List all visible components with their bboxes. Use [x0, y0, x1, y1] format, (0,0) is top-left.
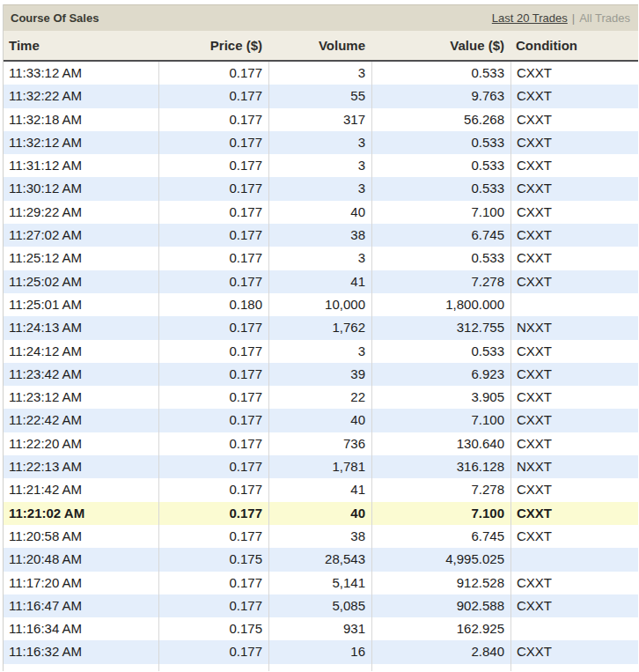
cell-volume: 40	[268, 502, 371, 525]
table-row[interactable]: 11:24:12 AM 0.177 3 0.533 CXXT	[4, 340, 638, 363]
table-row[interactable]: 11:16:32 AM 0.177 16 2.840 CXXT	[4, 640, 638, 663]
cell-volume: 39	[268, 363, 371, 386]
cell-time: 11:25:01 AM	[4, 293, 158, 316]
table-row[interactable]: 11:22:20 AM 0.177 736 130.640 CXXT	[4, 432, 638, 455]
cell-value: 316.128	[371, 455, 510, 478]
cell-condition: CXXT	[510, 363, 638, 386]
table-row[interactable]: 11:32:12 AM 0.177 3 0.533 CXXT	[4, 131, 638, 154]
table-row[interactable]: 11:32:22 AM 0.177 55 9.763 CXXT	[4, 85, 638, 107]
column-header-price: Price ($)	[158, 31, 268, 60]
cell-value: 0.533	[371, 247, 510, 270]
cell-value: 7.100	[371, 409, 510, 432]
cell-value: 162.925	[371, 617, 510, 640]
cell-time: 11:23:42 AM	[4, 363, 158, 386]
cell-volume: 55	[268, 85, 371, 107]
table-row[interactable]: 11:30:12 AM 0.177 3 0.533 CXXT	[4, 177, 638, 200]
table-row[interactable]: 11:22:42 AM 0.177 40 7.100 CXXT	[4, 409, 638, 432]
cell-time: 11:32:22 AM	[4, 85, 158, 107]
table-row[interactable]: 11:16:34 AM 0.175 931 162.925	[4, 617, 638, 640]
table-row[interactable]: 11:29:22 AM 0.177 40 7.100 CXXT	[4, 201, 638, 224]
cell-volume: 3	[268, 247, 371, 270]
cell-condition: CXXT	[510, 108, 638, 131]
table-row[interactable]: 11:21:42 AM 0.177 41 7.278 CXXT	[4, 478, 638, 501]
cell-price: 0.177	[158, 340, 268, 363]
cell-condition: CXXT	[510, 224, 638, 247]
cell-value: 0.533	[371, 340, 510, 363]
table-row[interactable]: 11:27:02 AM 0.177 38 6.745 CXXT	[4, 224, 638, 247]
cell-condition	[510, 293, 638, 316]
table-row[interactable]: 11:16:47 AM 0.177 5,085 902.588 CXXT	[4, 594, 638, 617]
cell-time: 11:25:02 AM	[4, 270, 158, 293]
cell-time: 11:21:42 AM	[4, 478, 158, 501]
table-row[interactable]: 11:17:20 AM 0.177 5,141 912.528 CXXT	[4, 572, 638, 594]
cell-price: 0.177	[158, 640, 268, 663]
table-row[interactable]: 11:31:12 AM 0.177 3 0.533 CXXT	[4, 154, 638, 177]
cell-condition: CXXT	[510, 502, 638, 525]
cell-price: 0.180	[158, 293, 268, 316]
cell-value: 902.588	[371, 594, 510, 617]
column-header-volume: Volume	[268, 31, 371, 60]
cell-price: 0.177	[158, 131, 268, 154]
cell-price: 0.177	[158, 154, 268, 177]
cell-volume: 1,762	[268, 316, 371, 339]
cell-condition: CXXT	[510, 409, 638, 432]
table-row[interactable]: 11:20:58 AM 0.177 38 6.745 CXXT	[4, 525, 638, 548]
table-row[interactable]: 11:25:02 AM 0.177 41 7.278 CXXT	[4, 270, 638, 293]
cell-value: 0.533	[371, 62, 510, 85]
cell-condition: NXXT	[510, 316, 638, 339]
cell-price: 0.177	[158, 432, 268, 455]
cell-time: 11:32:18 AM	[4, 108, 158, 131]
table-row[interactable]: 11:25:12 AM 0.177 3 0.533 CXXT	[4, 247, 638, 270]
cell-time: 11:23:12 AM	[4, 386, 158, 409]
cell-value: 912.528	[371, 572, 510, 594]
table-row[interactable]: 11:32:18 AM 0.177 317 56.268 CXXT	[4, 108, 638, 131]
table-row[interactable]: 11:20:48 AM 0.175 28,543 4,995.025	[4, 548, 638, 571]
cell-condition: CXXT	[510, 340, 638, 363]
table-row[interactable]: 11:22:13 AM 0.177 1,781 316.128 NXXT	[4, 455, 638, 478]
cell-value: 9.763	[371, 85, 510, 107]
cell-price: 0.177	[158, 177, 268, 200]
cell-time: 11:31:12 AM	[4, 154, 158, 177]
cell-volume: 41	[268, 270, 371, 293]
cell-volume: 3	[268, 154, 371, 177]
cell-price: 0.177	[158, 224, 268, 247]
cell-price: 0.177	[158, 316, 268, 339]
cell-condition: CXXT	[510, 478, 638, 501]
table-body: 11:33:12 AM 0.177 3 0.533 CXXT 11:32:22 …	[4, 62, 638, 664]
cell-time: 11:24:13 AM	[4, 316, 158, 339]
column-header-condition: Condition	[510, 31, 638, 60]
table-row[interactable]: 11:23:42 AM 0.177 39 6.923 CXXT	[4, 363, 638, 386]
cell-time: 11:32:12 AM	[4, 131, 158, 154]
cell-time: 11:16:34 AM	[4, 617, 158, 640]
cell-value: 0.533	[371, 154, 510, 177]
cell-value: 1,800.000	[371, 293, 510, 316]
link-separator: |	[572, 11, 575, 25]
cell-value: 7.100	[371, 201, 510, 224]
cell-volume: 5,141	[268, 572, 371, 594]
cell-volume: 28,543	[268, 548, 371, 571]
cell-price: 0.177	[158, 386, 268, 409]
cell-condition: CXXT	[510, 572, 638, 594]
table-row[interactable]: 11:33:12 AM 0.177 3 0.533 CXXT	[4, 62, 638, 85]
table-row[interactable]: 11:24:13 AM 0.177 1,762 312.755 NXXT	[4, 316, 638, 339]
cell-price: 0.177	[158, 572, 268, 594]
cell-volume: 41	[268, 478, 371, 501]
cell-value: 7.278	[371, 478, 510, 501]
all-trades-link[interactable]: All Trades	[579, 11, 630, 25]
table-row[interactable]: 11:21:02 AM 0.177 40 7.100 CXXT	[4, 502, 638, 525]
table-row[interactable]: 11:25:01 AM 0.180 10,000 1,800.000	[4, 293, 638, 316]
cell-condition: CXXT	[510, 177, 638, 200]
cell-condition: CXXT	[510, 432, 638, 455]
cell-value: 0.533	[371, 177, 510, 200]
column-header-value: Value ($)	[371, 31, 510, 60]
cell-time: 11:22:42 AM	[4, 409, 158, 432]
cell-volume: 38	[268, 224, 371, 247]
titlebar: Course Of Sales Last 20 Trades | All Tra…	[4, 4, 638, 31]
table-row[interactable]: 11:23:12 AM 0.177 22 3.905 CXXT	[4, 386, 638, 409]
cell-condition: CXXT	[510, 247, 638, 270]
trades-view-switcher: Last 20 Trades | All Trades	[492, 11, 630, 25]
cell-price: 0.177	[158, 525, 268, 548]
table-header-row: Time Price ($) Volume Value ($) Conditio…	[4, 31, 638, 62]
last-20-trades-link[interactable]: Last 20 Trades	[492, 11, 568, 25]
partial-clipped-row	[4, 664, 638, 671]
